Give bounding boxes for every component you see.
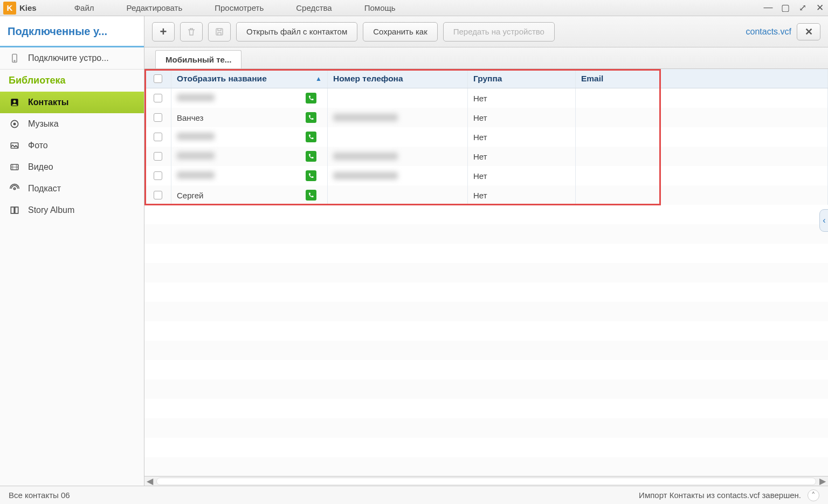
col-checkbox[interactable] [144,69,171,88]
close-file-button[interactable]: ✕ [797,23,820,40]
svg-rect-0 [216,29,223,35]
podcast-icon [9,183,20,195]
sidebar-item-label: Видео [28,162,53,172]
connect-device-label: Подключите устро... [28,53,109,63]
fullscreen-icon[interactable]: ⤢ [798,2,808,13]
device-icon [9,52,20,64]
sidebar-item-story-album[interactable]: Story Album [0,199,144,221]
status-expand-button[interactable]: ˄ [808,489,819,501]
table-row[interactable]: СергейНет [144,185,828,205]
sidebar-item-video[interactable]: Видео [0,156,144,178]
sidebar-devices-header: Подключенные у... [0,16,144,47]
table-row[interactable]: Нет [144,147,828,166]
content-area: Отобразить название ▲ Номер телефона Гру… [144,69,828,476]
sidebar-item-label: Музыка [28,119,59,129]
empty-row [144,379,828,399]
close-window-icon[interactable]: ✕ [815,2,825,13]
delete-button[interactable] [180,22,203,42]
phone-type-icon [306,151,316,162]
app-logo-icon: K [3,2,16,15]
row-name: Ванчез [177,113,203,122]
phone-type-icon [306,170,316,181]
save-as-button[interactable]: Сохранить как [363,22,438,42]
menu-file[interactable]: Файл [58,3,111,12]
svg-point-4 [13,100,16,103]
connect-device-row[interactable]: Подключите устро... [0,47,144,69]
col-group-label: Группа [473,74,502,84]
table-row[interactable]: Нет [144,127,828,147]
tab-mobile-phone[interactable]: Мобильный те... [155,50,242,68]
library-heading: Библиотека [0,70,144,92]
table-row[interactable]: ВанчезНет [144,108,828,127]
empty-row [144,341,828,360]
sidebar-item-label: Подкаст [28,184,61,194]
select-all-checkbox[interactable] [154,74,162,83]
open-contact-file-button[interactable]: Открыть файл с контактом [236,22,357,42]
sort-asc-icon: ▲ [315,75,322,82]
table-row[interactable]: Нет [144,88,828,108]
row-name [177,171,215,181]
svg-point-9 [13,188,15,189]
plus-icon: + [160,25,167,39]
sidebar: Подключите устро... Библиотека Контакты … [0,47,144,486]
menu-edit[interactable]: Редактировать [111,3,199,12]
table-body: НетВанчезНетНетНетНетСергейНет [144,88,828,205]
menu-view[interactable]: Просмотреть [198,3,280,12]
sidebar-item-podcast[interactable]: Подкаст [0,178,144,199]
col-group[interactable]: Группа [468,69,576,88]
row-checkbox[interactable] [154,152,162,161]
horizontal-scrollbar[interactable]: ◀ ▶ [144,476,828,486]
save-button[interactable] [208,22,231,42]
empty-row [144,244,828,263]
empty-row [144,399,828,418]
music-icon [9,118,20,130]
col-phone-label: Номер телефона [333,74,403,84]
sidebar-item-photo[interactable]: Фото [0,135,144,156]
minimize-icon[interactable]: — [763,2,773,13]
save-icon [215,27,224,37]
app-name: Kies [19,3,37,12]
phone-type-icon [306,190,316,201]
status-right: Импорт Контакты из contacts.vcf завершен… [639,491,801,500]
scroll-left-arrow-icon[interactable]: ◀ [144,476,155,486]
row-name: Сергей [177,191,203,200]
story-album-icon [9,204,20,216]
row-group: Нет [473,113,487,122]
col-phone[interactable]: Номер телефона [328,69,468,88]
col-email-label: Email [581,74,603,84]
row-group: Нет [473,94,487,103]
row-checkbox[interactable] [154,191,162,199]
empty-row [144,418,828,438]
menu-tools[interactable]: Средства [280,3,348,12]
row-checkbox[interactable] [154,94,162,102]
row-checkbox[interactable] [154,171,162,180]
col-display-name[interactable]: Отобразить название ▲ [171,69,328,88]
phone-type-icon [306,132,316,142]
phone-type-icon [306,93,316,103]
col-email[interactable]: Email [576,69,828,88]
add-contact-button[interactable]: + [152,22,175,42]
empty-row [144,205,828,224]
menu-help[interactable]: Помощь [348,3,412,12]
row-group: Нет [473,191,487,200]
maximize-icon[interactable]: ▢ [781,2,790,13]
panel-collapse-handle[interactable]: ‹ [819,209,828,232]
sidebar-item-label: Фото [28,141,48,150]
table-row[interactable]: Нет [144,166,828,185]
status-bar: Все контакты 06 Импорт Контакты из conta… [0,486,828,504]
row-group: Нет [473,171,487,181]
sidebar-item-contacts[interactable]: Контакты [0,92,144,113]
send-to-device-button[interactable]: Передать на устройство [443,22,555,42]
row-checkbox[interactable] [154,113,162,122]
empty-row [144,457,828,476]
scroll-track[interactable] [156,478,816,485]
scroll-right-arrow-icon[interactable]: ▶ [817,476,828,486]
sidebar-item-music[interactable]: Музыка [0,113,144,135]
empty-row [144,302,828,321]
row-checkbox[interactable] [154,133,162,141]
row-name [177,94,215,103]
open-file-name: contacts.vcf [746,27,791,37]
video-icon [9,161,20,173]
svg-point-2 [14,60,15,61]
photo-icon [9,140,20,151]
